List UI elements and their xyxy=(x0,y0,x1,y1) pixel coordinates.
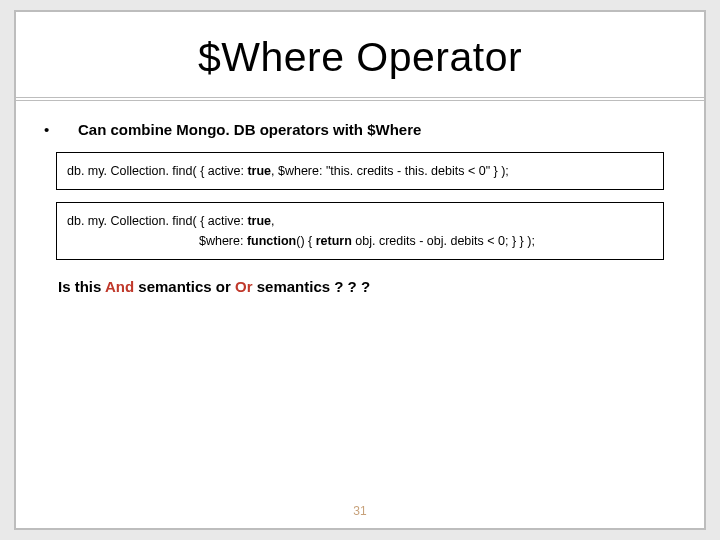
code2-mid2: () { xyxy=(296,234,315,248)
code2-l1-post: , xyxy=(271,214,274,228)
slide-body: • Can combine Mongo. DB operators with $… xyxy=(16,101,704,295)
q-and: And xyxy=(105,278,134,295)
slide-title: $Where Operator xyxy=(16,34,704,81)
code2-indent: $where: xyxy=(67,234,247,248)
code2-kw-function: function xyxy=(247,234,296,248)
q-p1: Is this xyxy=(58,278,105,295)
code2-kw-return: return xyxy=(316,234,352,248)
code2-l1-pre: db. my. Collection. find( { active: xyxy=(67,214,247,228)
bullet-dot: • xyxy=(44,121,78,138)
code2-line1: db. my. Collection. find( { active: true… xyxy=(67,211,653,231)
code-box-2: db. my. Collection. find( { active: true… xyxy=(56,202,664,260)
code2-post: obj. credits - obj. debits < 0; } } ); xyxy=(352,234,535,248)
code1-kw-true: true xyxy=(247,164,271,178)
code-box-1: db. my. Collection. find( { active: true… xyxy=(56,152,664,190)
code2-l1-kw: true xyxy=(247,214,271,228)
slide: $Where Operator • Can combine Mongo. DB … xyxy=(14,10,706,530)
q-p3: semantics ? ? ? xyxy=(253,278,371,295)
code1-pre: db. my. Collection. find( { active: xyxy=(67,164,247,178)
divider-top xyxy=(16,97,704,98)
bullet-text: Can combine Mongo. DB operators with $Wh… xyxy=(78,121,421,138)
q-or: Or xyxy=(235,278,253,295)
q-p2: semantics or xyxy=(134,278,235,295)
bullet-item: • Can combine Mongo. DB operators with $… xyxy=(44,121,676,138)
code2-line2: $where: function() { return obj. credits… xyxy=(67,231,653,251)
page-number: 31 xyxy=(16,504,704,518)
question-text: Is this And semantics or Or semantics ? … xyxy=(58,278,676,295)
code1-mid: , $where: "this. credits - this. debits … xyxy=(271,164,509,178)
